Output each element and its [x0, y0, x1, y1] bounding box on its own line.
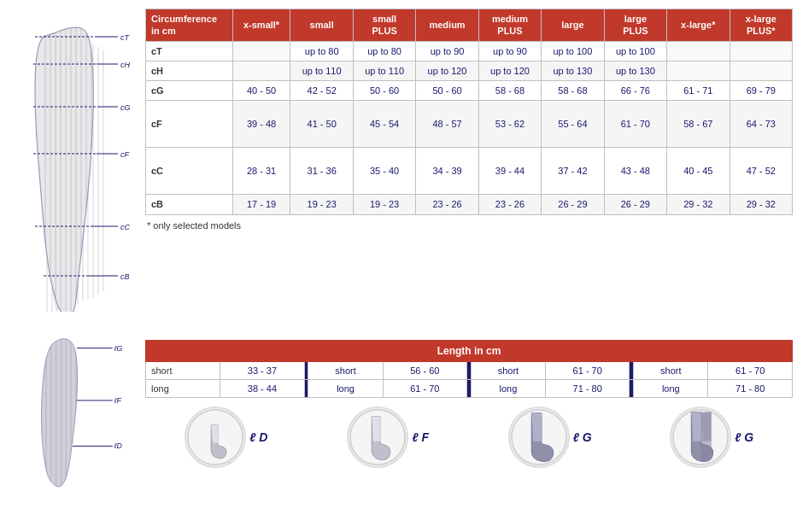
- circle-icons-row: ℓ D ℓ F: [145, 403, 793, 471]
- label-lF: ℓ F: [412, 430, 429, 444]
- cell-cH-xlarge: [667, 61, 730, 80]
- cell-cG-small: 42 - 52: [290, 81, 353, 101]
- cell-cC-small: 31 - 36: [290, 148, 353, 195]
- row-cF: cF 39 - 48 41 - 50 45 - 54 48 - 57 53 - …: [146, 101, 793, 148]
- circle-img-lD: [185, 406, 246, 468]
- cell-cB-xlarge-plus: 29 - 32: [730, 195, 792, 214]
- col-header-medium-plus: mediumPLUS: [478, 9, 541, 42]
- cell-cB-small: 19 - 23: [290, 195, 353, 214]
- col-header-medium: medium: [416, 9, 478, 42]
- cell-short-3-val: 61 - 70: [546, 362, 630, 380]
- col-header-xlarge: x-large*: [667, 9, 730, 42]
- circle-img-lF: [347, 406, 408, 468]
- cell-cF-large: 55 - 64: [542, 101, 604, 148]
- cell-cC-medium: 34 - 39: [416, 148, 478, 195]
- cell-long-2-label: long: [308, 380, 383, 398]
- cell-cT-xsmall: [232, 41, 290, 61]
- leg-diagram-top: cT cH cG cF cC cB: [4, 9, 145, 324]
- icon-cell-lG1: ℓ G: [469, 403, 631, 471]
- cell-cF-medium-plus: 53 - 62: [478, 101, 541, 148]
- cell-cT-large-plus: up to 100: [604, 41, 666, 61]
- label-cB: cB: [146, 195, 233, 214]
- cell-cB-medium: 23 - 26: [416, 195, 478, 214]
- cell-cC-xsmall: 28 - 31: [232, 148, 290, 195]
- cell-short-3-label: short: [471, 362, 545, 380]
- label-cF: cF: [146, 101, 233, 148]
- cell-cB-xlarge: 29 - 32: [667, 195, 730, 214]
- cell-cT-medium-plus: up to 90: [478, 41, 541, 61]
- cell-long-1-label: long: [146, 380, 220, 398]
- cell-cB-medium-plus: 23 - 26: [478, 195, 541, 214]
- circumference-table: Circumferencein cm x-small* small smallP…: [145, 9, 793, 215]
- cell-long-3-label: long: [471, 380, 545, 398]
- cell-cF-small: 41 - 50: [290, 101, 353, 148]
- col-header-xsmall: x-small*: [232, 9, 290, 42]
- cell-cF-xlarge-plus: 64 - 73: [730, 101, 792, 148]
- cell-cG-xlarge: 61 - 71: [667, 81, 730, 101]
- cell-cB-large: 26 - 29: [542, 195, 604, 214]
- cell-cT-xlarge: [667, 41, 730, 61]
- cell-cF-small-plus: 45 - 54: [353, 101, 415, 148]
- label-cC: cC: [146, 148, 233, 195]
- cell-cF-large-plus: 61 - 70: [604, 101, 666, 148]
- bottom-section: ℓG ℓF ℓD: [4, 340, 793, 485]
- svg-text:ℓD: ℓD: [113, 441, 122, 450]
- cell-cG-small-plus: 50 - 60: [353, 81, 415, 101]
- cell-cH-small: up to 110: [290, 61, 353, 80]
- footnote: * only selected models: [147, 220, 793, 231]
- row-cH: cH up to 110 up to 110 up to 120 up to 1…: [146, 61, 793, 80]
- cell-cG-xlarge-plus: 69 - 79: [730, 81, 792, 101]
- cell-cG-medium-plus: 58 - 68: [478, 81, 541, 101]
- circle-img-lG2: [670, 406, 731, 468]
- top-section: cT cH cG cF cC cB: [4, 9, 793, 324]
- cell-cC-large: 37 - 42: [542, 148, 604, 195]
- svg-text:cF: cF: [120, 150, 130, 159]
- cell-cH-xlarge-plus: [730, 61, 792, 80]
- cell-cF-xsmall: 39 - 48: [232, 101, 290, 148]
- col-header-small-plus: smallPLUS: [353, 9, 415, 42]
- length-row-long: long 38 - 44 long 61 - 70 long 71 - 80 l…: [146, 380, 793, 398]
- cell-cG-large: 58 - 68: [542, 81, 604, 101]
- length-row-short: short 33 - 37 short 56 - 60 short 61 - 7…: [146, 362, 793, 380]
- col-header-large-plus: largePLUS: [604, 9, 666, 42]
- icon-cell-lG2: ℓ G: [631, 403, 794, 471]
- cell-cC-xlarge-plus: 47 - 52: [730, 148, 792, 195]
- cell-cT-medium: up to 90: [416, 41, 478, 61]
- svg-text:cB: cB: [120, 272, 130, 281]
- cell-cB-large-plus: 26 - 29: [604, 195, 666, 214]
- cell-long-2-val: 61 - 70: [383, 380, 466, 398]
- svg-text:ℓF: ℓF: [113, 395, 121, 404]
- cell-cH-xsmall: [232, 61, 290, 80]
- cell-cH-medium: up to 120: [416, 61, 478, 80]
- cell-short-2-val: 56 - 60: [383, 362, 466, 380]
- label-lG1: ℓ G: [573, 430, 592, 444]
- label-cT: cT: [146, 41, 233, 61]
- main-container: cT cH cG cF cC cB: [0, 0, 797, 494]
- icon-cell-lD: ℓ D: [145, 403, 308, 471]
- row-cT: cT up to 80 up to 80 up to 90 up to 90 u…: [146, 41, 793, 61]
- svg-text:ℓG: ℓG: [113, 343, 122, 352]
- cell-long-4-label: long: [634, 380, 708, 398]
- cell-short-1-label: short: [146, 362, 220, 380]
- cell-long-1-val: 38 - 44: [220, 380, 304, 398]
- col-header-xlarge-plus: x-largePLUS*: [730, 9, 792, 42]
- size-table-wrapper: Circumferencein cm x-small* small smallP…: [145, 9, 793, 231]
- icon-cell-lF: ℓ F: [308, 403, 470, 471]
- label-cG: cG: [146, 81, 233, 101]
- cell-long-4-val: 71 - 80: [708, 380, 793, 398]
- cell-cT-small-plus: up to 80: [353, 41, 415, 61]
- cell-cT-large: up to 100: [542, 41, 604, 61]
- cell-cF-xlarge: 58 - 67: [667, 101, 730, 148]
- cell-short-4-val: 61 - 70: [708, 362, 793, 380]
- cell-short-2-label: short: [308, 362, 383, 380]
- cell-long-3-val: 71 - 80: [546, 380, 630, 398]
- cell-cH-small-plus: up to 110: [353, 61, 415, 80]
- cell-short-4-label: short: [634, 362, 708, 380]
- cell-cF-medium: 48 - 57: [416, 101, 478, 148]
- cell-cG-medium: 50 - 60: [416, 81, 478, 101]
- cell-cG-xsmall: 40 - 50: [232, 81, 290, 101]
- cell-cG-large-plus: 66 - 76: [604, 81, 666, 101]
- cell-cC-small-plus: 35 - 40: [353, 148, 415, 195]
- col-header-label: Circumferencein cm: [146, 9, 233, 42]
- cell-cC-xlarge: 40 - 45: [667, 148, 730, 195]
